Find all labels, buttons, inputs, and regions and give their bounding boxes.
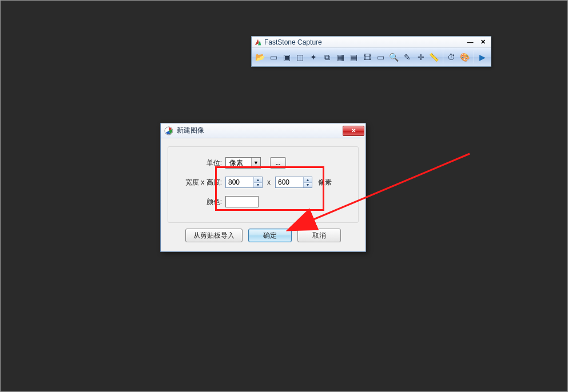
height-input[interactable] [276,177,303,187]
toolbar-body: 📂 ▭ ▣ ◫ ✦ ⧉ ▦ ▤ 🎞 ▭ 🔍 ✎ ✛ 📏 ⏱ 🎨 ▶ [252,48,491,66]
color-swatch[interactable] [225,196,259,207]
width-up-icon[interactable]: ▲ [254,177,262,183]
minimize-button[interactable]: — [464,38,476,46]
dialog-titlebar[interactable]: 新建图像 ✕ [161,123,366,138]
width-down-icon[interactable]: ▼ [254,183,262,188]
height-stepper[interactable]: ▲ ▼ [275,177,312,188]
height-up-icon[interactable]: ▲ [304,177,312,183]
dialog-title: 新建图像 [177,126,343,135]
capture-rect-icon[interactable]: ▭ [375,50,387,64]
x-separator: x [267,178,271,186]
ruler-icon[interactable]: 📏 [428,50,440,64]
capture-shape-icon[interactable]: ✦ [308,50,320,64]
width-stepper[interactable]: ▲ ▼ [225,177,263,188]
chevron-down-icon: ▼ [251,158,260,168]
faststone-toolbar-window: FastStone Capture — ✕ 📂 ▭ ▣ ◫ ✦ ⧉ ▦ ▤ 🎞 … [251,36,491,67]
capture-region-icon[interactable]: ▣ [281,50,293,64]
timer-icon[interactable]: ⏱ [446,50,458,64]
capture-scroll-icon[interactable]: ▦ [334,50,346,64]
faststone-logo-icon [254,38,262,46]
unit-selected-value: 像素 [226,158,251,168]
crosshair-icon[interactable]: ✛ [415,50,427,64]
color-label: 颜色: [176,197,225,207]
new-image-dialog: 新建图像 ✕ 单位: 像素 ▼ ... 宽度 x 高度: ▲ ▼ [160,123,366,252]
more-button[interactable]: ... [270,157,286,169]
capture-fullscreen-icon[interactable]: ⧉ [321,50,333,64]
palette-icon[interactable]: 🎨 [459,50,471,64]
close-button[interactable]: ✕ [477,38,488,46]
dialog-panel: 单位: 像素 ▼ ... 宽度 x 高度: ▲ ▼ x [168,146,359,223]
dialog-icon [164,126,173,135]
magnifier-icon[interactable]: 🔍 [388,50,400,64]
capture-fixed-icon[interactable]: ▤ [348,50,360,64]
capture-video-icon[interactable]: 🎞 [361,50,373,64]
height-down-icon[interactable]: ▼ [304,183,312,188]
toolbar-titlebar[interactable]: FastStone Capture — ✕ [252,37,491,48]
paste-from-clipboard-button[interactable]: 从剪贴板导入 [185,229,243,242]
cancel-button[interactable]: 取消 [297,229,341,242]
dialog-close-button[interactable]: ✕ [343,126,364,136]
ok-button[interactable]: 确定 [248,229,292,242]
open-icon[interactable]: 📂 [254,50,266,64]
menu-icon[interactable]: ▶ [476,50,488,64]
width-input[interactable] [226,177,253,187]
unit-label: 单位: [176,158,225,168]
size-label: 宽度 x 高度: [176,178,225,187]
unit-suffix: 像素 [318,178,332,187]
capture-window-icon[interactable]: ▭ [267,50,279,64]
picker-icon[interactable]: ✎ [401,50,413,64]
capture-freehand-icon[interactable]: ◫ [294,50,306,64]
unit-select[interactable]: 像素 ▼ [225,157,261,169]
toolbar-title-text: FastStone Capture [264,38,464,46]
